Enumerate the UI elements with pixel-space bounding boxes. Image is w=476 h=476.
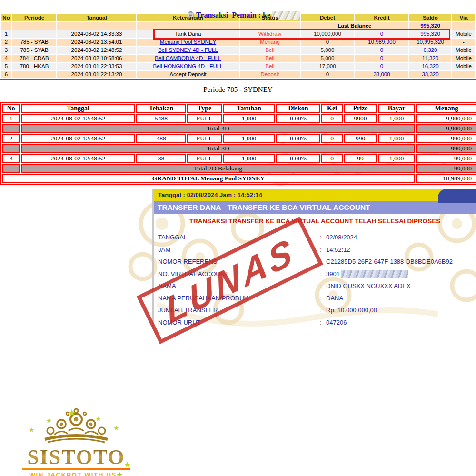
- star-icon: ★: [113, 424, 119, 432]
- empty-cell: [57, 22, 136, 30]
- cell-saldo: 16,320: [409, 63, 451, 70]
- cell-via: -: [452, 71, 475, 78]
- bet-col-tanggal: Tanggal: [21, 104, 135, 113]
- receipt-field-colon: :: [316, 256, 326, 268]
- bet-taruhan: 1,000: [223, 154, 275, 163]
- receipt-fields: TANGGAL:02/08/2024JAM:14:52:12NOMOR REFE…: [154, 231, 476, 328]
- receipt-datetime-bar: Tanggal : 02/08/2024 Jam : 14:52:14: [154, 189, 476, 201]
- cell-no: 3: [1, 47, 11, 54]
- bet-col-type: Type: [187, 104, 222, 113]
- receipt-corner-tab: [438, 189, 476, 203]
- cell-debet: 17,000: [301, 63, 354, 70]
- tebakan-link[interactable]: 88: [158, 155, 165, 162]
- receipt-field-row: NOMOR URUT:047206: [154, 317, 476, 329]
- receipt-field-row: JUMLAH TRANSFER:Rp. 10.000.000,00: [154, 304, 476, 317]
- cell-tanggal: 2024-08-01 22:33:53: [57, 63, 136, 70]
- cell-tanggal: 2024-08-02 14:33:33: [57, 30, 136, 38]
- cell-via: Mobile: [452, 55, 475, 62]
- receipt-field-label: NO. VIRTUAL ACCOUNT: [154, 268, 316, 280]
- cell-status: Beli: [240, 63, 300, 70]
- cell-kredit: 0: [355, 63, 408, 70]
- cell-debet: 10,000,000: [301, 30, 354, 38]
- transaction-row: 5780 - HKAB2024-08-01 22:33:53Beli HONGK…: [1, 63, 475, 70]
- bet-diskon: 0.00%: [276, 134, 320, 143]
- last-balance-value: 995,320: [409, 22, 451, 30]
- bet-col-taruhan: Taruhan: [223, 104, 275, 113]
- cell-status: Withdraw: [240, 30, 300, 38]
- cell-saldo: 10,995,320: [409, 39, 451, 46]
- cell-saldo: 33,320: [409, 71, 451, 78]
- cell-periode: 785 - SYAB: [12, 47, 56, 54]
- bet-no: 2: [2, 134, 20, 143]
- cell-periode: 780 - HKAB: [12, 63, 56, 70]
- bet-col-no: No: [2, 104, 20, 113]
- bets-header-row: No Tanggal Tebakan Type Taruhan Diskon K…: [2, 104, 476, 113]
- keterangan-link[interactable]: Beli SYDNEY 4D - FULL: [158, 47, 218, 53]
- grand-total-value: 10,989,000: [416, 174, 476, 183]
- bet-kei: 0: [321, 114, 343, 123]
- cell-no: 5: [1, 63, 11, 70]
- bet-diskon: 0.00%: [276, 154, 320, 163]
- total-value: 99,000: [416, 164, 476, 173]
- cell-no: 6: [1, 71, 11, 78]
- cell-status: Beli: [240, 55, 300, 62]
- page-title: Transaksi Pemain : ke: [0, 0, 476, 12]
- empty-cell: [12, 22, 56, 30]
- cell-via: -: [452, 39, 475, 46]
- keterangan-link[interactable]: Menang Pool SYDNEY: [160, 39, 216, 45]
- receipt-field-label: JUMLAH TRANSFER: [154, 304, 316, 317]
- total-label: Total 2D Belakang: [21, 164, 415, 173]
- bet-tebakan: 88: [136, 154, 186, 163]
- bet-tanggal: 2024-08-02 12:48:52: [21, 154, 135, 163]
- col-header-saldo: Saldo: [409, 14, 451, 21]
- bet-kei: 0: [321, 134, 343, 143]
- last-balance-label: Last Balance: [301, 22, 408, 30]
- star-icon: ★: [95, 415, 101, 423]
- star-icon: ★: [68, 407, 76, 418]
- receipt-field-row: NOMOR REFERENSI:C21285D5-26F2-647F-1388-…: [154, 256, 476, 268]
- transaction-row: 2785 - SYAB2024-08-02 13:54:01Menang Poo…: [1, 39, 475, 46]
- star-icon: ★: [46, 416, 52, 425]
- star-icon: ★: [117, 471, 123, 476]
- bet-col-tebakan: Tebakan: [136, 104, 186, 113]
- receipt-field-row: NAMA PERUSAHAAN/PRODUK:DANA: [154, 292, 476, 305]
- cell-keterangan: Menang Pool SYDNEY: [137, 39, 239, 46]
- grand-total-label: GRAND TOTAL Menang Pool SYDNEY: [2, 174, 415, 183]
- tebakan-link[interactable]: 5488: [155, 115, 168, 122]
- total-row: Total 4D9,900,000: [2, 124, 476, 133]
- receipt-field-colon: :: [316, 231, 326, 244]
- cell-no: 4: [1, 55, 11, 62]
- cell-no: 1: [1, 30, 11, 38]
- receipt-field-value: DNID GUSXX NGUXXX ADEX: [326, 280, 476, 292]
- sistoto-logo: ★ ★ ★ ★ ★ ★ SISTOTO WIN JACKPOT WITH US★: [18, 406, 134, 476]
- total-spacer: [2, 124, 20, 133]
- cell-debet: 5,000: [301, 47, 354, 54]
- bet-prize: 990: [344, 134, 377, 143]
- total-value: 9,900,000: [416, 124, 476, 133]
- bet-row: 32024-08-02 12:48:5288FULL1,0000.00%0991…: [2, 154, 476, 163]
- cell-saldo: 995,320: [409, 30, 451, 38]
- cell-saldo: 11,320: [409, 55, 451, 62]
- cell-via: Mobile: [452, 47, 475, 54]
- bets-table: No Tanggal Tebakan Type Taruhan Diskon K…: [0, 102, 476, 185]
- logo-tagline: WIN JACKPOT WITH US★: [18, 471, 134, 476]
- bet-bayar: 1,000: [378, 114, 415, 123]
- logo-name: SISTOTO: [18, 447, 134, 468]
- keterangan-link[interactable]: Beli HONGKONG 4D - FULL: [153, 63, 223, 69]
- cell-status: Beli: [240, 47, 300, 54]
- bet-prize: 99: [344, 154, 377, 163]
- cell-status: Menang: [240, 39, 300, 46]
- col-header-periode: Periode: [12, 14, 56, 21]
- bet-taruhan: 1,000: [223, 134, 275, 143]
- cell-kredit: 0: [355, 30, 408, 38]
- bet-prize: 9900: [344, 114, 377, 123]
- cell-via: Mobile: [452, 63, 475, 70]
- receipt-title-bar: TRANSFER DANA - TRANSFER KE BCA VIRTUAL …: [154, 201, 476, 214]
- cell-kredit: 0: [355, 47, 408, 54]
- total-label: Total 4D: [21, 124, 415, 133]
- keterangan-link[interactable]: Beli CAMBODIA 4D - FULL: [155, 55, 221, 61]
- table-bottom-divider: [0, 79, 476, 80]
- cell-debet: 5,000: [301, 55, 354, 62]
- tebakan-link[interactable]: 488: [156, 135, 166, 142]
- receipt-field-value: 14:52:12: [326, 244, 476, 256]
